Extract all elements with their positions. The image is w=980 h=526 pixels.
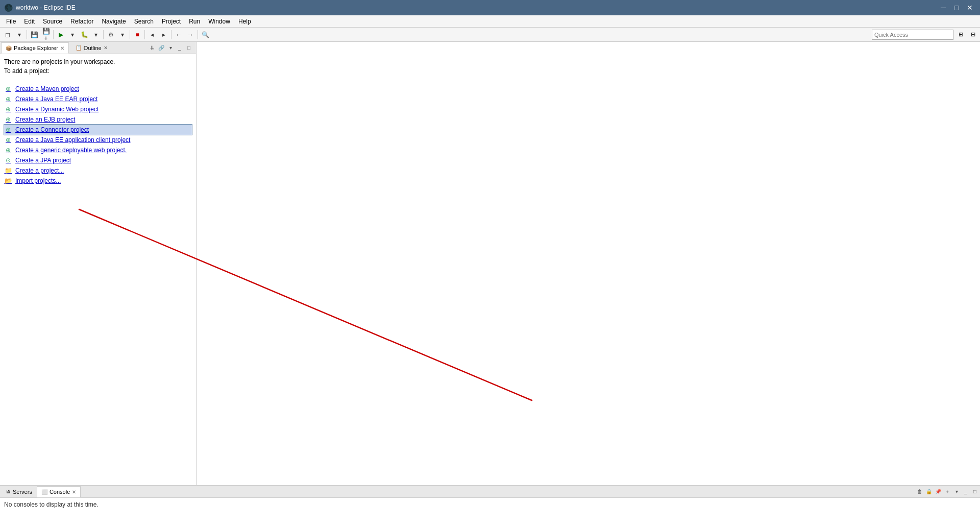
quick-access-input[interactable] bbox=[872, 30, 953, 40]
servers-icon: 🖥 bbox=[6, 489, 11, 494]
toolbar-left: ◻ ▾ 💾 💾+ ▶ ▾ 🐛 ▾ ⚙ ▾ ■ ◂ ▸ ← → 🔍 bbox=[2, 29, 211, 40]
menu-help[interactable]: Help bbox=[234, 17, 255, 26]
link-maven-label: Create a Maven project bbox=[15, 85, 79, 92]
menu-bar: File Edit Source Refactor Navigate Searc… bbox=[0, 15, 980, 28]
separator-2 bbox=[53, 30, 54, 39]
console-scroll-lock-btn[interactable]: 🔒 bbox=[925, 488, 933, 496]
package-explorer-label: Package Explorer bbox=[14, 45, 58, 51]
console-minimize-btn[interactable]: _ bbox=[962, 488, 970, 496]
stop-button[interactable]: ■ bbox=[132, 29, 143, 40]
next-annotation[interactable]: ▸ bbox=[158, 29, 169, 40]
new-dropdown[interactable]: ▾ bbox=[14, 29, 25, 40]
tab-package-explorer[interactable]: 📦 Package Explorer ✕ bbox=[1, 42, 69, 54]
bottom-panel-content: No consoles to display at this time. bbox=[0, 498, 980, 526]
close-button[interactable]: ✕ bbox=[964, 3, 976, 13]
link-javaee-ear-icon: ⊕ bbox=[4, 95, 12, 103]
link-jpa-label: Create a JPA project bbox=[15, 157, 71, 164]
link-import-icon: 📂 bbox=[4, 177, 12, 185]
link-maven-icon: ⊕ bbox=[4, 85, 12, 93]
console-close[interactable]: ✕ bbox=[72, 489, 76, 495]
link-jpa[interactable]: ⊙ Create a JPA project bbox=[4, 155, 192, 165]
link-maven[interactable]: ⊕ Create a Maven project bbox=[4, 84, 192, 94]
toolbar: ◻ ▾ 💾 💾+ ▶ ▾ 🐛 ▾ ⚙ ▾ ■ ◂ ▸ ← → 🔍 ⊞ ⊟ bbox=[0, 28, 980, 42]
console-dropdown-btn[interactable]: ▾ bbox=[952, 488, 961, 496]
maximize-button[interactable]: □ bbox=[950, 3, 963, 13]
separator-4 bbox=[130, 30, 130, 39]
debug-dropdown[interactable]: ▾ bbox=[90, 29, 102, 40]
back-button[interactable]: ← bbox=[173, 29, 184, 40]
save-button[interactable]: 💾 bbox=[29, 29, 40, 40]
window-title: worktwo - Eclipse IDE bbox=[16, 4, 76, 11]
view-menu-btn[interactable]: ▾ bbox=[166, 44, 175, 52]
console-maximize-btn[interactable]: □ bbox=[971, 488, 979, 496]
console-pin-btn[interactable]: 📌 bbox=[934, 488, 942, 496]
title-bar-left: 🌑 worktwo - Eclipse IDE bbox=[4, 4, 76, 12]
link-create-project-icon: 📁 bbox=[4, 166, 12, 175]
external-dropdown[interactable]: ▾ bbox=[117, 29, 128, 40]
tab-servers[interactable]: 🖥 Servers bbox=[1, 486, 37, 497]
menu-navigate[interactable]: Navigate bbox=[97, 17, 130, 26]
link-javaee-ear[interactable]: ⊕ Create a Java EE EAR project bbox=[4, 94, 192, 104]
console-icon: ⬜ bbox=[41, 489, 47, 495]
link-ejb-icon: ⊕ bbox=[4, 115, 12, 124]
separator-6 bbox=[171, 30, 172, 39]
quick-access-area: ⊞ ⊟ bbox=[872, 30, 978, 40]
main-area: 📦 Package Explorer ✕ 📋 Outline ✕ ⇊ 🔗 ▾ _… bbox=[0, 42, 980, 526]
link-connector[interactable]: ⊕ Create a Connector project bbox=[4, 125, 192, 135]
left-panel-tabs: 📦 Package Explorer ✕ 📋 Outline ✕ ⇊ 🔗 ▾ _… bbox=[0, 42, 196, 54]
link-create-project-label: Create a project... bbox=[15, 167, 64, 174]
view-menu-button[interactable]: ⊟ bbox=[968, 30, 978, 40]
link-dynamic-web[interactable]: ⊕ Create a Dynamic Web project bbox=[4, 104, 192, 114]
link-connector-label: Create a Connector project bbox=[15, 126, 89, 133]
menu-window[interactable]: Window bbox=[204, 17, 234, 26]
link-dynamic-web-label: Create a Dynamic Web project bbox=[15, 106, 99, 113]
outline-label: Outline bbox=[84, 45, 102, 51]
tab-console[interactable]: ⬜ Console ✕ bbox=[37, 486, 81, 497]
collapse-all-btn[interactable]: ⇊ bbox=[148, 44, 156, 52]
external-tools-button[interactable]: ⚙ bbox=[105, 29, 116, 40]
new-button[interactable]: ◻ bbox=[2, 29, 13, 40]
separator-5 bbox=[144, 30, 145, 39]
console-clear-btn[interactable]: 🗑 bbox=[916, 488, 924, 496]
run-button[interactable]: ▶ bbox=[55, 29, 66, 40]
link-ejb-label: Create an EJB project bbox=[15, 116, 75, 123]
link-create-project[interactable]: 📁 Create a project... bbox=[4, 165, 192, 176]
minimize-panel-btn[interactable]: _ bbox=[176, 44, 184, 52]
minimize-button[interactable]: ─ bbox=[937, 3, 949, 13]
maximize-panel-btn[interactable]: □ bbox=[185, 44, 193, 52]
menu-file[interactable]: File bbox=[2, 17, 20, 26]
link-editor-btn[interactable]: 🔗 bbox=[157, 44, 165, 52]
menu-refactor[interactable]: Refactor bbox=[66, 17, 97, 26]
menu-run[interactable]: Run bbox=[185, 17, 204, 26]
link-ejb[interactable]: ⊕ Create an EJB project bbox=[4, 114, 192, 125]
workspace-message-line1: There are no projects in your workspace. bbox=[4, 58, 192, 65]
outline-icon: 📋 bbox=[76, 45, 82, 51]
perspective-button[interactable]: ⊞ bbox=[955, 30, 966, 40]
forward-button[interactable]: → bbox=[185, 29, 196, 40]
package-explorer-icon: 📦 bbox=[6, 45, 12, 51]
outline-close[interactable]: ✕ bbox=[104, 45, 108, 51]
menu-source[interactable]: Source bbox=[39, 17, 66, 26]
menu-project[interactable]: Project bbox=[158, 17, 185, 26]
menu-edit[interactable]: Edit bbox=[20, 17, 39, 26]
open-type-button[interactable]: 🔍 bbox=[200, 29, 211, 40]
link-generic-web[interactable]: ⊕ Create a generic deployable web projec… bbox=[4, 145, 192, 155]
run-dropdown[interactable]: ▾ bbox=[67, 29, 78, 40]
link-connector-icon: ⊕ bbox=[4, 126, 12, 134]
menu-search[interactable]: Search bbox=[130, 17, 158, 26]
workspace-message-line2: To add a project: bbox=[4, 67, 192, 75]
prev-annotation[interactable]: ◂ bbox=[146, 29, 158, 40]
link-import-label: Import projects... bbox=[15, 177, 61, 184]
tab-outline[interactable]: 📋 Outline ✕ bbox=[71, 42, 112, 54]
package-explorer-close[interactable]: ✕ bbox=[60, 45, 64, 51]
link-import[interactable]: 📂 Import projects... bbox=[4, 176, 192, 186]
link-javaee-client-icon: ⊕ bbox=[4, 136, 12, 144]
link-javaee-client[interactable]: ⊕ Create a Java EE application client pr… bbox=[4, 135, 192, 145]
servers-label: Servers bbox=[13, 489, 32, 495]
save-all-button[interactable]: 💾+ bbox=[40, 29, 52, 40]
bottom-panel-tabs: 🖥 Servers ⬜ Console ✕ 🗑 🔒 📌 ＋ ▾ _ □ bbox=[0, 486, 980, 498]
left-panel: 📦 Package Explorer ✕ 📋 Outline ✕ ⇊ 🔗 ▾ _… bbox=[0, 42, 197, 485]
debug-button[interactable]: 🐛 bbox=[79, 29, 90, 40]
console-new-btn[interactable]: ＋ bbox=[943, 488, 951, 496]
separator-1 bbox=[27, 30, 27, 39]
